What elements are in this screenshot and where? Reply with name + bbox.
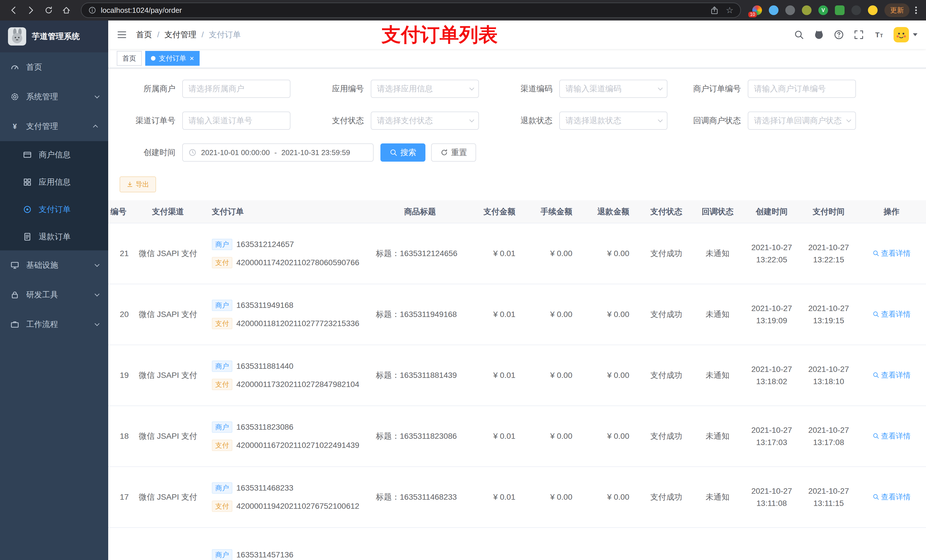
col-header-create-time: 创建时间 bbox=[743, 200, 800, 223]
magnifier-icon bbox=[873, 494, 879, 500]
fullscreen-icon[interactable] bbox=[854, 30, 864, 40]
browser-reload-button[interactable] bbox=[41, 3, 56, 18]
merchant-order-no: 1635311457136 bbox=[236, 550, 293, 559]
logo[interactable]: 芋道管理系统 bbox=[0, 21, 108, 52]
top-navbar: 首页 / 支付管理 / 支付订单 支付订单列表 bbox=[108, 21, 926, 49]
help-icon[interactable] bbox=[834, 30, 844, 40]
extension-icon[interactable] bbox=[769, 5, 779, 15]
extension-icon[interactable] bbox=[785, 5, 795, 15]
chevron-down-icon bbox=[658, 86, 663, 91]
notify-status-select[interactable] bbox=[748, 112, 856, 130]
cell-channel: 微信 JSAPI 支付 bbox=[131, 223, 205, 284]
search-button[interactable]: 搜索 bbox=[380, 143, 425, 162]
view-detail-link[interactable]: 查看详情 bbox=[873, 309, 911, 319]
date-range-picker[interactable]: 2021-10-01 00:00:00 - 2021-10-31 23:59:5… bbox=[182, 143, 374, 162]
pay-status-input[interactable] bbox=[377, 116, 466, 125]
view-detail-link[interactable]: 查看详情 bbox=[873, 492, 911, 502]
view-detail-link[interactable]: 查看详情 bbox=[873, 431, 911, 441]
share-icon[interactable] bbox=[710, 6, 719, 15]
cell-notify bbox=[692, 528, 743, 560]
browser-forward-button[interactable] bbox=[23, 3, 39, 18]
sidebar-item-system[interactable]: 系统管理 bbox=[0, 82, 108, 112]
tab-home[interactable]: 首页 bbox=[117, 51, 142, 66]
merchant-order-no-input[interactable] bbox=[754, 84, 850, 93]
breadcrumb-home[interactable]: 首页 bbox=[136, 29, 152, 40]
bookmark-star-icon[interactable]: ☆ bbox=[726, 6, 734, 15]
sidebar-item-merchant-info[interactable]: 商户信息 bbox=[0, 141, 108, 169]
chevron-down-icon bbox=[658, 118, 663, 122]
pay-order-no: 4200001173202110272847982104 bbox=[236, 380, 359, 389]
sidebar-item-pay-order[interactable]: 支付订单 bbox=[0, 196, 108, 223]
close-icon[interactable]: × bbox=[190, 54, 194, 62]
channel-order-no-field[interactable] bbox=[182, 112, 291, 130]
sidebar-item-refund-order[interactable]: 退款订单 bbox=[0, 223, 108, 251]
address-bar[interactable]: localhost:1024/pay/order ☆ bbox=[81, 3, 741, 18]
sidebar-item-payment[interactable]: 支付管理 bbox=[0, 112, 108, 141]
breadcrumb-payment[interactable]: 支付管理 bbox=[165, 29, 197, 40]
table-row: 20 微信 JSAPI 支付 商户 1635311949168 支付 42000… bbox=[108, 284, 926, 345]
browser-update-button[interactable]: 更新 bbox=[884, 3, 909, 17]
site-info-icon[interactable] bbox=[88, 6, 96, 14]
extension-icon[interactable] bbox=[868, 5, 878, 15]
extension-icon[interactable] bbox=[851, 5, 861, 15]
sidebar-item-dev-tools[interactable]: 研发工具 bbox=[0, 280, 108, 309]
app-select[interactable] bbox=[371, 80, 479, 98]
refund-status-select[interactable] bbox=[559, 112, 667, 130]
pay-status-select[interactable] bbox=[371, 112, 479, 130]
col-header-pay-time: 支付时间 bbox=[800, 200, 857, 223]
tab-pay-order[interactable]: 支付订单 × bbox=[145, 51, 200, 66]
channel-code-input[interactable] bbox=[566, 84, 654, 93]
export-button[interactable]: 导出 bbox=[120, 177, 156, 192]
extension-icon[interactable] bbox=[802, 5, 811, 15]
refund-status-input[interactable] bbox=[566, 116, 654, 125]
merchant-order-no-field[interactable] bbox=[748, 80, 856, 98]
merchant-tag: 商户 bbox=[212, 482, 232, 494]
user-menu[interactable] bbox=[894, 27, 917, 42]
sidebar-item-workflow[interactable]: 工作流程 bbox=[0, 309, 108, 339]
merchant-select[interactable] bbox=[182, 80, 291, 98]
sidebar-item-label: 基础设施 bbox=[26, 260, 58, 270]
cell-amount bbox=[470, 528, 527, 560]
sidebar-item-label: 研发工具 bbox=[26, 290, 58, 300]
filter-app-no: 应用编号 bbox=[308, 80, 496, 98]
filter-refund-status: 退款状态 bbox=[496, 112, 685, 130]
app-input[interactable] bbox=[377, 84, 466, 93]
notify-status-input[interactable] bbox=[754, 116, 843, 125]
merchant-input[interactable] bbox=[189, 84, 284, 93]
merchant-order-no: 1635312124657 bbox=[236, 240, 294, 249]
extension-icon[interactable]: V bbox=[819, 5, 828, 15]
hamburger-icon[interactable] bbox=[117, 30, 127, 40]
date-end: 2021-10-31 23:59:59 bbox=[281, 148, 350, 157]
sidebar-item-infrastructure[interactable]: 基础设施 bbox=[0, 251, 108, 280]
page-content: 所属商户 应用编号 渠道编码 bbox=[108, 68, 926, 560]
cell-amount: ¥ 0.01 bbox=[470, 345, 527, 406]
cell-refund: ¥ 0.00 bbox=[584, 466, 641, 528]
extension-icon[interactable]: 10 bbox=[752, 5, 762, 15]
cell-amount: ¥ 0.01 bbox=[470, 466, 527, 528]
channel-code-select[interactable] bbox=[559, 80, 667, 98]
font-size-icon[interactable] bbox=[874, 30, 884, 40]
browser-back-button[interactable] bbox=[6, 3, 21, 18]
view-detail-link[interactable]: 查看详情 bbox=[873, 370, 911, 380]
sidebar-item-home[interactable]: 首页 bbox=[0, 52, 108, 82]
browser-menu-icon[interactable] bbox=[912, 6, 920, 14]
cell-refund: ¥ 0.00 bbox=[584, 223, 641, 284]
extension-icon[interactable] bbox=[835, 5, 844, 15]
channel-order-no-input[interactable] bbox=[189, 116, 284, 125]
browser-home-button[interactable] bbox=[59, 3, 74, 18]
cell-title: 标题：1635311823086 bbox=[370, 406, 470, 466]
reset-button[interactable]: 重置 bbox=[431, 143, 476, 162]
sidebar-item-app-info[interactable]: 应用信息 bbox=[0, 169, 108, 196]
cell-title bbox=[370, 528, 470, 560]
header-search-icon[interactable] bbox=[794, 30, 804, 40]
cell-order: 商户 1635311881440 支付 42000011732021102728… bbox=[205, 345, 370, 406]
view-detail-link[interactable]: 查看详情 bbox=[873, 248, 911, 258]
merchant-tag: 商户 bbox=[212, 421, 232, 433]
table-row: 19 微信 JSAPI 支付 商户 1635311881440 支付 42000… bbox=[108, 345, 926, 406]
cell-notify: 未通知 bbox=[692, 406, 743, 466]
col-header-fee: 手续金额 bbox=[527, 200, 584, 223]
github-icon[interactable] bbox=[814, 30, 824, 40]
col-header-status: 支付状态 bbox=[641, 200, 692, 223]
cell-title: 标题：1635312124656 bbox=[370, 223, 470, 284]
merchant-order-no: 1635311823086 bbox=[236, 423, 293, 432]
